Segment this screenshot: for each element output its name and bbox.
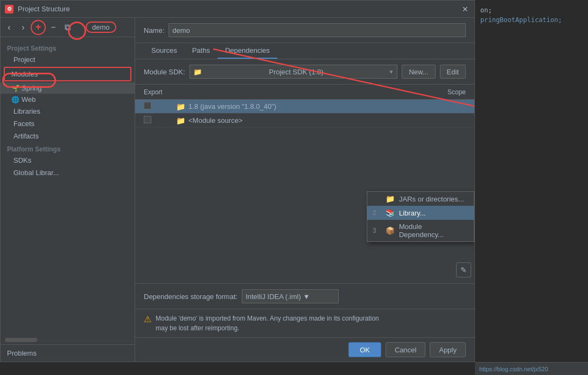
tab-paths[interactable]: Paths [185,43,218,59]
storage-chevron-icon: ▼ [303,293,310,301]
tabs-bar: Sources Paths Dependencies [135,43,474,59]
warning-row: ⚠ Module 'demo' is imported from Maven. … [135,309,474,337]
platform-settings-label: Platform Settings [1,142,135,154]
tab-dependencies[interactable]: Dependencies [218,43,277,59]
warning-text: Module 'demo' is imported from Maven. An… [156,314,379,333]
sdk-chevron-icon: ▼ [389,69,394,75]
export-checkbox-2[interactable] [144,116,176,125]
url-text: https://blog.csdn.net/jx520 [479,366,548,372]
storage-format-select[interactable]: IntelliJ IDEA (.iml) ▼ [242,289,339,303]
project-structure-dialog: ⚙ Project Structure ✕ ‹ › + − ⧉ demo [0,0,475,362]
apply-button[interactable]: Apply [430,342,466,357]
sidebar-item-global-libs[interactable]: Global Librar... [1,166,135,179]
add-dependency-dropdown: 📁 JARs or directories... 2 📚 Library... … [367,191,474,242]
sidebar-item-global-libs-label: Global Librar... [13,169,59,177]
module-name-demo: demo [86,22,116,33]
dialog-body: ‹ › + − ⧉ demo Project Settings Project [1,18,474,362]
close-button[interactable]: ✕ [460,4,470,14]
sidebar-toolbar: ‹ › + − ⧉ demo [1,18,135,37]
tab-sources[interactable]: Sources [144,43,185,59]
sidebar: ‹ › + − ⧉ demo Project Settings Project [1,18,135,362]
module-dep-icon: 📦 [386,226,395,235]
problems-label: Problems [7,349,37,357]
project-settings-label: Project Settings [1,41,135,53]
sidebar-item-modules[interactable]: Modules [4,67,131,81]
name-label: Name: [144,26,164,34]
add-module-button[interactable]: + [31,20,46,35]
sidebar-item-libraries-label: Libraries [13,107,40,115]
dropdown-item-jars[interactable]: 📁 JARs or directories... [367,192,474,206]
sidebar-item-facets[interactable]: Facets [1,117,135,130]
ok-button[interactable]: OK [348,342,381,357]
storage-format-row: Dependencies storage format: IntelliJ ID… [135,283,474,309]
module-name-input[interactable] [169,23,466,37]
sidebar-item-project-label: Project [13,55,35,64]
warning-icon: ⚠ [144,314,151,324]
sdk-row: Module SDK: 📁 Project SDK (1.8) ▼ New...… [135,59,474,85]
sdk-select[interactable]: 📁 Project SDK (1.8) ▼ [190,65,398,79]
code-line-2: pringBootApplication; [480,15,583,25]
export-checkbox-1[interactable] [144,102,176,111]
name-row: Name: [135,18,474,43]
sdk-new-button[interactable]: New... [402,65,435,79]
folder-blue-icon: 📁 [176,102,185,111]
remove-module-button[interactable]: − [47,21,60,34]
folder-gray-icon: 📁 [176,116,185,125]
table-header: Export Scope [135,85,474,100]
sdk-edit-button[interactable]: Edit [440,65,466,79]
sidebar-item-modules-label: Modules [11,70,38,78]
module-tree-spring-label: Spring [22,84,42,92]
dialog-title: Project Structure [18,5,456,13]
sidebar-item-problems[interactable]: Problems [1,344,135,362]
main-content: Name: Sources Paths Dependencies Module … [135,18,474,362]
sidebar-navigation: Project Settings Project Modules 🌱 Sprin… [1,37,135,336]
pencil-icon: ✎ [460,266,467,274]
title-icon: ⚙ [5,5,13,13]
dep-name-2: 📁 <Module source> [176,116,423,125]
jars-icon: 📁 [386,195,395,203]
forward-button[interactable]: › [17,21,30,34]
copy-module-button[interactable]: ⧉ [61,21,74,34]
demo-badge-container: demo [75,20,121,34]
storage-value: IntelliJ IDEA (.iml) [246,293,301,301]
sidebar-item-artifacts[interactable]: Artifacts [1,130,135,142]
scope-header: Scope [423,88,466,96]
bg-editor: on; pringBootApplication; [475,0,588,375]
sidebar-item-project[interactable]: Project [1,53,135,66]
sdk-select-value: Project SDK (1.8) [269,68,324,76]
table-row[interactable]: 📁 1.8 (java version "1.8.0_40") [135,100,474,114]
title-bar: ⚙ Project Structure ✕ [1,1,474,18]
url-bar: https://blog.csdn.net/jx520 [475,362,588,375]
sidebar-item-sdks-label: SDKs [13,156,31,164]
dependencies-table: Export Scope 📁 1.8 (java version "1.8.0_… [135,85,474,283]
cancel-button[interactable]: Cancel [386,342,425,357]
sidebar-item-sdks[interactable]: SDKs [1,154,135,166]
module-tree-web[interactable]: 🌐 Web [1,94,135,105]
back-button[interactable]: ‹ [3,21,16,34]
library-icon: 📚 [386,209,395,217]
code-line-1: on; [480,5,583,15]
table-row[interactable]: 📁 <Module source> [135,114,474,128]
export-header: Export [144,88,176,96]
dep-name-1: 📁 1.8 (java version "1.8.0_40") [176,102,423,111]
dialog-buttons: OK Cancel Apply [135,337,474,362]
sidebar-scrollbar[interactable] [5,338,37,342]
module-tree-spring[interactable]: 🌱 Spring [1,82,135,94]
storage-label: Dependencies storage format: [144,293,237,301]
sidebar-item-libraries[interactable]: Libraries [1,105,135,117]
dropdown-item-library[interactable]: 2 📚 Library... [367,206,474,220]
sidebar-item-artifacts-label: Artifacts [13,132,39,140]
sdk-label: Module SDK: [144,68,185,76]
dropdown-item-module-dependency[interactable]: 3 📦 Module Dependency... [367,220,474,241]
sidebar-item-facets-label: Facets [13,120,34,128]
module-tree-web-label: Web [22,95,36,103]
edit-dependency-button[interactable]: ✎ [456,262,471,277]
